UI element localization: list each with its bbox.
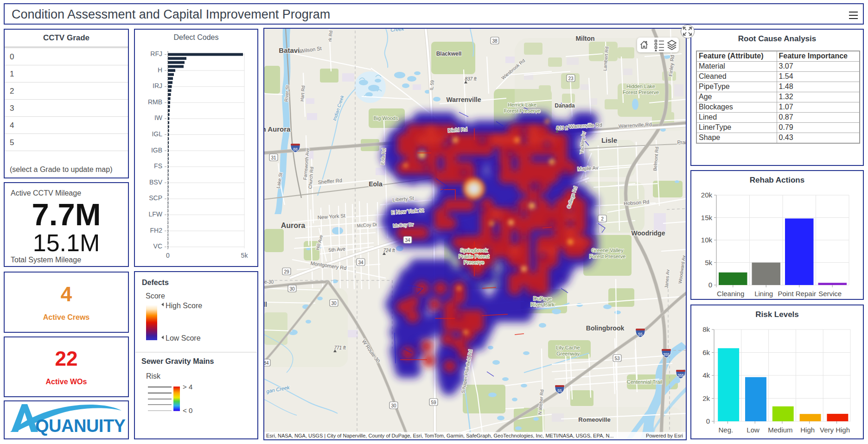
svg-text:0: 0 — [166, 252, 170, 259]
svg-text:SCP: SCP — [149, 194, 162, 202]
svg-text:8k: 8k — [702, 325, 710, 333]
svg-text:Woodridge: Woodridge — [632, 229, 665, 237]
svg-text:H: H — [158, 66, 162, 74]
svg-text:355: 355 — [663, 352, 670, 357]
svg-text:Herrick Lake: Herrick Lake — [508, 102, 536, 108]
svg-text:FS: FS — [154, 162, 162, 170]
svg-text:Greene Valley: Greene Valley — [592, 247, 624, 253]
svg-text:Low: Low — [747, 426, 760, 434]
svg-text:Low Score: Low Score — [166, 334, 201, 342]
svg-text:34: 34 — [405, 238, 410, 243]
svg-text:RMB: RMB — [148, 98, 162, 106]
svg-text:23: 23 — [568, 76, 574, 81]
svg-text:ill: ill — [264, 301, 267, 308]
svg-text:IGB: IGB — [151, 146, 162, 154]
svg-text:< 0: < 0 — [183, 406, 192, 414]
svg-text:BSV: BSV — [149, 178, 163, 186]
svg-text:20k: 20k — [701, 191, 713, 199]
svg-text:5k: 5k — [241, 252, 249, 259]
svg-text:LFW: LFW — [148, 210, 162, 218]
svg-text:> 4: > 4 — [183, 383, 192, 391]
svg-text:e-30: e-30 — [264, 279, 274, 285]
svg-text:34: 34 — [358, 260, 364, 265]
svg-text:84: 84 — [264, 361, 269, 366]
svg-text:837 ft: 837 ft — [465, 76, 477, 82]
svg-text:55: 55 — [638, 332, 643, 336]
svg-text:355: 355 — [677, 373, 684, 378]
svg-text:5k: 5k — [705, 259, 712, 266]
svg-text:Cleaning: Cleaning — [717, 290, 744, 298]
svg-text:Forest Preserve: Forest Preserve — [504, 108, 540, 114]
svg-text:North Aurora: North Aurora — [264, 125, 291, 133]
svg-text:River Park: River Park — [530, 302, 555, 307]
svg-text:Risk: Risk — [146, 372, 161, 380]
svg-text:2: 2 — [601, 216, 604, 222]
svg-text:4k: 4k — [702, 371, 710, 379]
svg-text:Lining: Lining — [754, 290, 773, 298]
svg-text:QUANUITY: QUANUITY — [35, 416, 126, 436]
svg-text:rk Rd: rk Rd — [327, 30, 333, 42]
svg-text:59: 59 — [431, 400, 436, 405]
svg-text:38: 38 — [492, 38, 498, 44]
svg-text:Warrenville: Warrenville — [447, 96, 481, 103]
svg-text:IRJ: IRJ — [153, 82, 162, 89]
svg-text:2k: 2k — [702, 394, 710, 402]
svg-text:30: 30 — [289, 286, 295, 292]
svg-text:55: 55 — [557, 388, 562, 393]
svg-text:High: High — [800, 426, 815, 434]
svg-text:RFJ: RFJ — [150, 50, 162, 57]
svg-text:Very High: Very High — [820, 426, 850, 434]
svg-text:IGL: IGL — [152, 130, 162, 138]
svg-text:Lily Cache: Lily Cache — [556, 345, 580, 350]
svg-text:Preserve: Preserve — [464, 260, 484, 265]
svg-text:15k: 15k — [701, 214, 713, 222]
svg-text:High Score: High Score — [166, 302, 202, 310]
svg-text:Danada: Danada — [555, 102, 575, 109]
svg-text:IW: IW — [154, 114, 163, 121]
svg-text:FH2: FH2 — [150, 227, 163, 234]
svg-text:Bolingbrook: Bolingbrook — [586, 324, 625, 332]
svg-text:0: 0 — [706, 417, 710, 425]
svg-text:10k: 10k — [701, 236, 713, 244]
svg-text:IL 59: IL 59 — [429, 80, 435, 90]
svg-text:724 ft: 724 ft — [383, 248, 395, 253]
svg-text:88: 88 — [293, 147, 298, 152]
svg-text:6k: 6k — [702, 349, 710, 356]
svg-text:Lisle: Lisle — [601, 136, 617, 144]
svg-text:DuPage: DuPage — [533, 296, 552, 301]
svg-text:53: 53 — [614, 356, 620, 361]
svg-text:30: 30 — [391, 403, 396, 408]
svg-text:Neg.: Neg. — [718, 426, 733, 434]
svg-text:Forest Preserve: Forest Preserve — [589, 254, 625, 259]
svg-text:Aurora: Aurora — [281, 222, 306, 229]
svg-text:Hidden Lake: Hidden Lake — [626, 83, 655, 89]
svg-text:Romeoville: Romeoville — [578, 416, 610, 423]
svg-text:Milton: Milton — [575, 35, 594, 42]
svg-text:Eola: Eola — [369, 180, 383, 188]
svg-text:Centennial Trail: Centennial Trail — [627, 379, 662, 385]
svg-text:Sewer Gravity Mains: Sewer Gravity Mains — [141, 357, 214, 365]
svg-text:Service: Service — [818, 290, 842, 298]
svg-text:Springbrook: Springbrook — [460, 247, 488, 253]
svg-text:30: 30 — [331, 301, 337, 306]
svg-text:Prair: Prair — [677, 140, 686, 145]
svg-text:VC: VC — [153, 242, 162, 250]
svg-text:Point Repair: Point Repair — [778, 290, 816, 298]
svg-text:771 ft: 771 ft — [334, 345, 346, 350]
svg-text:Forest Preserve: Forest Preserve — [623, 89, 659, 95]
svg-text:Prairie Forest: Prairie Forest — [459, 254, 489, 259]
svg-text:Big Woods: Big Woods — [374, 115, 398, 121]
svg-text:0: 0 — [708, 281, 712, 289]
svg-text:813 ft: 813 ft — [556, 126, 568, 131]
svg-text:Blackwell: Blackwell — [436, 51, 462, 57]
svg-text:29: 29 — [284, 269, 289, 274]
svg-text:Medium: Medium — [768, 426, 792, 434]
svg-text:31: 31 — [271, 155, 276, 160]
svg-text:Greenway: Greenway — [556, 351, 580, 356]
